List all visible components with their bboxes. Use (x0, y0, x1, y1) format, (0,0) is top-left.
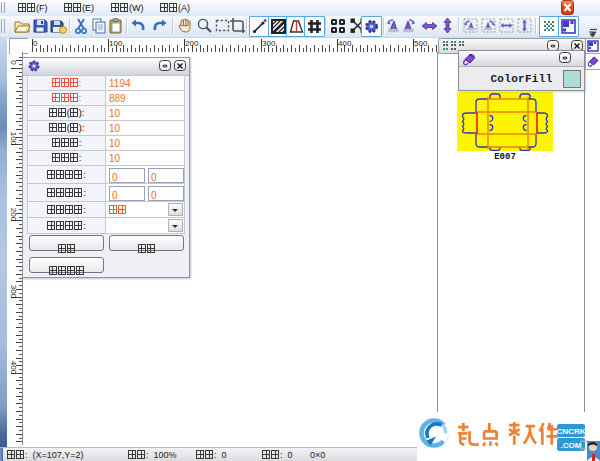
svg-text:CNCRK: CNCRK (557, 427, 586, 436)
svg-text:.COM: .COM (561, 441, 582, 450)
